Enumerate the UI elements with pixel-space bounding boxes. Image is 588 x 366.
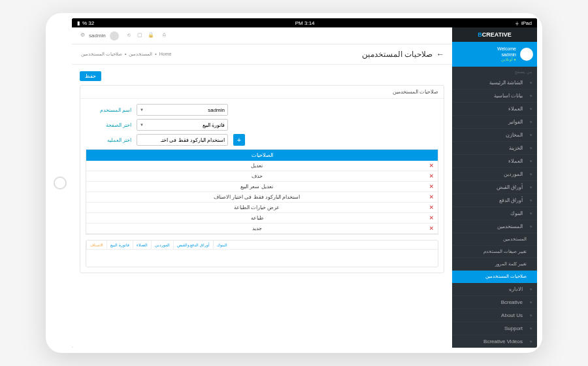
panel-header: صلاحيات المستخدمين	[80, 86, 444, 99]
tab[interactable]: الموردين	[151, 241, 173, 249]
status-bar: iPad⏚ 3:14 PM 32 %▮	[72, 18, 537, 27]
menu-icon: ◦	[527, 145, 532, 150]
sidebar-item[interactable]: ◦Support	[452, 322, 537, 335]
sidebar-section: من يتصفح	[452, 67, 537, 76]
online-status: ● أونلاين	[497, 58, 516, 63]
device-label: iPad	[521, 20, 532, 26]
sidebar-item[interactable]: ◦الاداره	[452, 283, 537, 296]
sidebar-item[interactable]: ◦المخازن	[452, 129, 537, 142]
sidebar-item[interactable]: ◦المستخدمين	[452, 220, 537, 233]
add-button[interactable]: +	[233, 134, 245, 146]
menu-icon: ◦	[527, 93, 532, 98]
sidebar-item[interactable]: ◦الموردين	[452, 168, 537, 181]
battery-icon: ▮	[77, 20, 80, 26]
delete-icon[interactable]: ✕	[423, 194, 434, 200]
tab[interactable]: البنوك	[213, 241, 231, 249]
delete-icon[interactable]: ✕	[423, 225, 434, 231]
page-select[interactable]: فاتورة البيع▼	[137, 119, 228, 131]
table-row: ✕تعديل	[86, 161, 438, 171]
sidebar-subitem[interactable]: المستخدمين	[452, 233, 537, 246]
tab[interactable]: الاصناف	[86, 241, 106, 249]
operation-select[interactable]: استخدام الباركود فقط فى اختـ	[137, 134, 228, 146]
sidebar-item[interactable]: ◦العملاء	[452, 155, 537, 168]
sidebar-item[interactable]: ◦أوراق القبض	[452, 181, 537, 194]
sidebar-item[interactable]: ◦Bcreative	[452, 296, 537, 309]
sidebar-subitem[interactable]: صلاحيات المستخدمين	[452, 271, 537, 283]
wifi-icon: ⏚	[515, 20, 519, 26]
avatar	[520, 48, 533, 61]
menu-icon: ◦	[527, 339, 532, 344]
tab[interactable]: العملاء	[133, 241, 151, 249]
logout-icon[interactable]: ⎋	[123, 32, 131, 40]
lock-icon[interactable]: 🔒	[146, 32, 154, 40]
menu-icon: ◦	[527, 184, 532, 190]
user-box[interactable]: Welcome sadmin ● أونلاين	[452, 42, 537, 67]
delete-icon[interactable]: ✕	[423, 215, 434, 221]
sidebar-item[interactable]: ◦الشاشة الرئيسية	[452, 76, 537, 90]
sidebar-item[interactable]: ◦أوراق الدفع	[452, 194, 537, 207]
sidebar-item[interactable]: ◦الخزينة	[452, 142, 537, 155]
table-row: ✕عرض خيارات الطباعة	[86, 203, 438, 213]
sidebar-item[interactable]: ◦بيانات اساسية	[452, 90, 537, 103]
delete-icon[interactable]: ✕	[423, 173, 434, 179]
tab[interactable]: أوراق الدفع والقبض	[173, 241, 213, 249]
clock: 3:14 PM	[295, 20, 315, 26]
user-label: اسم المستخدم	[86, 107, 131, 113]
menu-icon: ◦	[527, 325, 532, 331]
topbar-user: sadmin	[89, 33, 106, 39]
page-title: ← صلاحيات المستخدمين	[362, 50, 444, 59]
sidebar-item[interactable]: ◦الفواتير	[452, 116, 537, 129]
sidebar: BCREATIVE Welcome sadmin ● أونلاين من يت…	[452, 27, 537, 348]
operation-label: اختر العمليه	[86, 137, 131, 143]
sidebar-subitem[interactable]: تغيير صيغات المستخدم	[452, 246, 537, 258]
home-button[interactable]	[54, 176, 67, 190]
brand-logo: BCREATIVE	[452, 27, 537, 42]
chevron-down-icon: ▼	[140, 108, 144, 112]
menu-icon: ◦	[527, 210, 532, 216]
print-icon[interactable]: ⎙	[158, 32, 166, 40]
menu-icon: ◦	[527, 224, 532, 229]
table-header: الصلاحيات	[86, 150, 438, 161]
menu-icon: ◦	[527, 106, 532, 111]
welcome-label: Welcome	[497, 46, 516, 52]
sidebar-subitem[interactable]: تغيير كلمة المرور	[452, 258, 537, 271]
topbar-avatar[interactable]	[110, 31, 119, 41]
table-row: ✕استخدام الباركود فقط فى اختيار الاصناف	[86, 192, 438, 203]
back-arrow[interactable]: ←	[436, 50, 444, 59]
chevron-down-icon: ▼	[140, 123, 144, 127]
menu-icon: ◦	[527, 299, 532, 305]
menu-icon: ◦	[527, 158, 532, 163]
save-button-top[interactable]: حفظ	[80, 71, 101, 81]
user-select[interactable]: sadmin▼	[137, 104, 228, 116]
permissions-table: الصلاحيات ✕تعديل✕حذف✕تعديل سعر البيع✕است…	[86, 149, 438, 235]
battery-label: 32 %	[82, 20, 94, 26]
table-row: ✕حذف	[86, 171, 438, 182]
delete-icon[interactable]: ✕	[423, 205, 434, 210]
table-row: ✕تعديل سعر البيع	[86, 182, 438, 192]
settings-icon[interactable]: ⚙	[77, 32, 85, 40]
menu-icon: ◦	[527, 312, 532, 318]
sidebar-item[interactable]: ◦العملاء	[452, 103, 537, 116]
tabs-panel: الاصناففاتورة البيعالعملاءالموردينأوراق …	[86, 240, 438, 267]
sidebar-item[interactable]: ◦البنوك	[452, 207, 537, 220]
sidebar-item[interactable]: ◦Bcreative Videos	[452, 335, 537, 348]
menu-icon: ◦	[527, 286, 532, 291]
menu-icon: ◦	[527, 119, 532, 124]
page-label: اختر الصفحة	[86, 122, 131, 128]
table-row: ✕جديد	[86, 224, 438, 234]
breadcrumb: Home • المستخدمين • صلاحيات المستخدمين	[80, 52, 172, 57]
menu-icon: ◦	[527, 132, 532, 137]
delete-icon[interactable]: ✕	[423, 163, 434, 169]
topbar: ⚙ sadmin ⎋ ▢ 🔒 ⎙	[72, 27, 452, 44]
delete-icon[interactable]: ✕	[423, 184, 434, 190]
username: sadmin	[497, 52, 516, 58]
menu-icon: ◦	[527, 197, 532, 203]
tab[interactable]: فاتورة البيع	[106, 241, 133, 249]
menu-icon: ◦	[527, 80, 532, 85]
table-row: ✕طباعه	[86, 213, 438, 224]
monitor-icon[interactable]: ▢	[135, 32, 142, 40]
sidebar-item[interactable]: ◦About Us	[452, 309, 537, 322]
menu-icon: ◦	[527, 171, 532, 176]
